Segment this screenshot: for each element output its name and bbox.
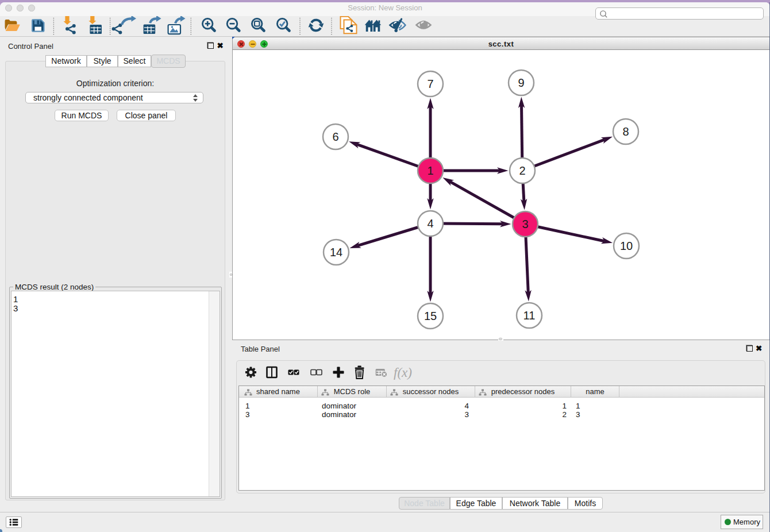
- svg-text:8: 8: [622, 125, 629, 138]
- svg-text:14: 14: [330, 246, 342, 259]
- svg-text:7: 7: [427, 78, 433, 90]
- svg-text:2: 2: [519, 164, 525, 177]
- svg-text:9: 9: [518, 76, 524, 89]
- svg-text:3: 3: [522, 218, 528, 230]
- svg-text:6: 6: [332, 130, 338, 143]
- svg-text:10: 10: [620, 240, 633, 252]
- svg-text:4: 4: [427, 217, 433, 230]
- svg-text:11: 11: [523, 309, 536, 322]
- svg-text:1: 1: [427, 164, 433, 177]
- svg-text:f(x): f(x): [394, 365, 412, 380]
- svg-text:15: 15: [424, 310, 437, 322]
